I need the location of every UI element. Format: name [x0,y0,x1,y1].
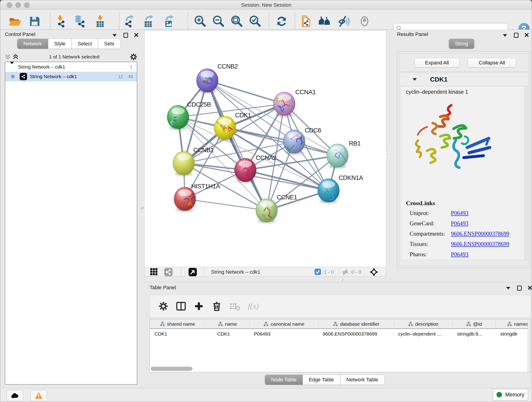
tab-edge-table[interactable]: Edge Table [303,375,340,385]
crosslink-value[interactable]: 9606.ENSP00000378699 [451,241,509,247]
tab-network[interactable]: Network [17,39,48,49]
table-cell[interactable]: stringdb [496,329,531,338]
crosslink-value[interactable]: P06493 [451,220,468,227]
close-panel-icon[interactable]: ✕ [527,286,532,290]
table-row[interactable]: CDK1CDK1P064939606.ENSP00000378699cyclin… [150,329,531,338]
left-splitter-handle[interactable] [139,205,145,210]
share-view-icon[interactable] [164,268,172,277]
delete-table-icon[interactable] [230,301,240,312]
tab-select[interactable]: Select [72,39,98,49]
tab-string[interactable]: String [449,39,474,49]
warning-icon[interactable] [31,390,47,401]
hide-show-icon[interactable] [338,15,351,28]
zoom-out-icon[interactable] [212,15,225,28]
function-builder-icon[interactable]: f(x) [248,302,259,311]
network-collection-row[interactable]: String Network – cdk1 1 [5,62,137,72]
bottom-splitter-handle[interactable] [340,278,345,281]
save-session-icon[interactable] [28,15,41,28]
export-image-icon[interactable] [162,15,176,28]
window-title: Session: New Session [0,2,532,8]
import-network-database-icon[interactable] [73,15,87,28]
zoom-fit-icon[interactable] [230,15,243,28]
trash-icon[interactable] [212,301,222,311]
table-horizontal-scrollbar[interactable] [151,367,192,371]
memory-button[interactable]: Memory [493,389,528,400]
column-header-name[interactable]: name [205,319,250,329]
share-document-icon[interactable] [298,15,312,28]
export-network-icon[interactable] [123,15,136,28]
collapse-all-button[interactable]: Collapse All [468,58,516,68]
network-row[interactable]: String Network – cdk1 11 48 [5,72,137,81]
tree-expand-icon[interactable] [10,64,14,70]
network-canvas[interactable]: CCNB2CCNA1CDC25BCDK1CDC6RB1CCNB1CCNA2CDK… [144,30,386,267]
grid-view-icon[interactable] [150,268,158,277]
table-cell[interactable]: 9606.ENSP00000378699 [318,329,394,338]
eye-icon[interactable] [358,15,371,28]
close-panel-icon[interactable]: ✕ [524,33,529,38]
import-network-file-icon[interactable] [54,15,68,28]
selected-checkbox-icon[interactable] [315,269,321,276]
network-node-CCNE1[interactable]: CCNE1 [256,194,297,223]
collapse-panel-icon[interactable] [113,34,117,37]
network-node-CCNA1[interactable]: CCNA1 [273,89,316,116]
application-window: Session: New Session [0,0,532,402]
table-cell[interactable]: stringdb:9... [452,329,496,338]
network-node-CDKN1A[interactable]: CDKN1A [318,174,363,203]
move-crosshair-icon[interactable] [370,268,378,277]
column-header-namespace[interactable]: namespace [496,319,531,329]
protein-section-header[interactable]: CDK1 [399,73,529,86]
crosslink-value[interactable]: P06493 [451,251,468,258]
column-header-canonical-name[interactable]: canonical name [250,319,318,329]
string-home-icon[interactable] [318,15,331,28]
collapse-all-icon[interactable] [5,54,11,60]
table-vertical-scrollbar[interactable] [528,319,531,372]
crosslink-value[interactable]: P06493 [451,210,468,216]
table-cell[interactable]: cyclin–dependent ... [394,329,452,338]
expand-all-button[interactable]: Expand All [414,58,459,68]
protein-section: CDK1 cyclin–dependent kinase 1 [399,73,529,266]
gear-icon[interactable] [158,301,168,311]
section-collapse-icon[interactable] [413,78,417,81]
network-node-HIST1H1A[interactable]: HIST1H1A [174,183,220,211]
tab-sets[interactable]: Sets [98,39,120,49]
zoom-in-icon[interactable] [193,15,207,28]
birdseye-toggle-icon[interactable] [189,268,197,277]
table-cell[interactable]: CDK1 [150,329,205,338]
expand-all-icon[interactable] [13,54,19,60]
node-label: RB1 [349,140,361,147]
network-node-CCNB1[interactable]: CCNB1 [173,147,214,176]
export-table-icon[interactable] [142,15,155,28]
column-header-description[interactable]: description [394,319,452,329]
open-session-icon[interactable] [8,15,21,28]
results-scrollbar[interactable] [525,86,527,260]
network-edge-CCNB2-CCNA1[interactable] [207,80,284,104]
tab-style[interactable]: Style [48,39,72,49]
import-table-icon[interactable] [94,15,107,28]
crosslink-value[interactable]: 9606.ENSP00000378699 [451,230,509,237]
refresh-network-icon[interactable] [275,15,288,28]
collapse-panel-icon[interactable] [503,34,507,37]
network-edge-CCNE1-HIST1H1A[interactable] [185,199,267,211]
network-edge-CCNB2-CCNE1[interactable] [207,80,267,211]
column-header-shared-name[interactable]: shared name [150,319,205,329]
collapse-panel-icon[interactable] [506,287,510,289]
network-node-CCNB2[interactable]: CCNB2 [196,63,238,93]
hidden-eye-icon[interactable] [342,269,349,276]
float-panel-icon[interactable] [123,33,128,38]
column-header-database-identifier[interactable]: database identifier [318,319,394,329]
table-cell[interactable]: CDK1 [205,329,250,338]
close-panel-icon[interactable]: ✕ [133,33,139,38]
gear-icon[interactable] [130,53,137,61]
column-header--id[interactable]: @id [452,319,496,329]
add-icon[interactable] [194,301,204,311]
float-panel-icon[interactable] [514,33,519,38]
network-graph[interactable]: CCNB2CCNA1CDC25BCDK1CDC6RB1CCNB1CCNA2CDK… [145,31,386,267]
cloud-icon[interactable] [7,390,23,401]
columns-icon[interactable] [176,301,186,311]
network-node-RB1[interactable]: RB1 [327,140,361,168]
zoom-selected-icon[interactable] [248,15,262,28]
float-panel-icon[interactable] [517,286,522,291]
table-cell[interactable]: P06493 [250,329,318,338]
tab-node-table[interactable]: Node Table [265,375,303,385]
tab-network-table[interactable]: Network Table [340,375,385,385]
